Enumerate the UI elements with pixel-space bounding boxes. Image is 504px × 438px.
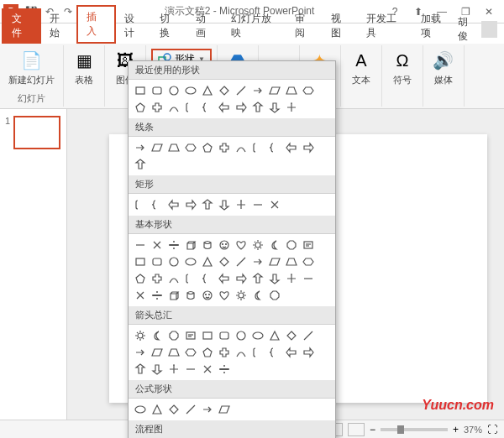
shape-item[interactable] bbox=[216, 270, 233, 287]
shape-item[interactable] bbox=[132, 253, 149, 270]
shape-item[interactable] bbox=[149, 196, 165, 213]
shape-item[interactable] bbox=[300, 327, 317, 344]
shape-item[interactable] bbox=[199, 196, 216, 213]
shape-item[interactable] bbox=[149, 82, 165, 99]
shape-item[interactable] bbox=[132, 401, 149, 418]
slideshow-view-button[interactable] bbox=[348, 423, 365, 436]
shape-item[interactable] bbox=[199, 139, 216, 156]
shape-item[interactable] bbox=[132, 139, 149, 156]
tab-slideshow[interactable]: 幻灯片放映 bbox=[223, 8, 286, 44]
shape-item[interactable] bbox=[300, 139, 317, 156]
shape-item[interactable] bbox=[233, 139, 249, 156]
text-button[interactable]: A 文本 bbox=[346, 47, 376, 88]
shape-item[interactable] bbox=[182, 287, 199, 304]
shape-item[interactable] bbox=[165, 327, 182, 344]
zoom-in-button[interactable]: + bbox=[453, 424, 459, 435]
shape-item[interactable] bbox=[283, 139, 300, 156]
tab-view[interactable]: 视图 bbox=[323, 8, 359, 44]
shape-item[interactable] bbox=[182, 270, 199, 287]
shape-item[interactable] bbox=[216, 139, 233, 156]
tab-developer[interactable]: 开发工具 bbox=[358, 8, 412, 44]
shape-item[interactable] bbox=[165, 237, 182, 253]
shape-item[interactable] bbox=[199, 287, 216, 304]
shape-item[interactable] bbox=[149, 99, 165, 116]
shape-item[interactable] bbox=[216, 287, 233, 304]
shape-item[interactable] bbox=[132, 287, 149, 304]
shape-item[interactable] bbox=[283, 237, 300, 253]
shape-item[interactable] bbox=[266, 253, 283, 270]
shape-item[interactable] bbox=[199, 344, 216, 361]
user-area[interactable]: 胡俊 bbox=[458, 15, 504, 44]
shape-item[interactable] bbox=[182, 327, 199, 344]
tab-design[interactable]: 设计 bbox=[116, 8, 152, 44]
shape-item[interactable] bbox=[249, 82, 266, 99]
tab-home[interactable]: 开始 bbox=[41, 8, 77, 44]
zoom-percent[interactable]: 37% bbox=[464, 425, 482, 435]
tab-transitions[interactable]: 切换 bbox=[151, 8, 187, 44]
shape-item[interactable] bbox=[283, 270, 300, 287]
shape-item[interactable] bbox=[300, 82, 317, 99]
shape-item[interactable] bbox=[149, 139, 165, 156]
shape-item[interactable] bbox=[199, 327, 216, 344]
shape-item[interactable] bbox=[233, 99, 249, 116]
shape-item[interactable] bbox=[132, 82, 149, 99]
shape-item[interactable] bbox=[132, 99, 149, 116]
shape-item[interactable] bbox=[182, 344, 199, 361]
shape-item[interactable] bbox=[165, 401, 182, 418]
shape-item[interactable] bbox=[300, 253, 317, 270]
slide-thumb-1[interactable]: 1 bbox=[5, 116, 61, 149]
shape-item[interactable] bbox=[300, 237, 317, 253]
shape-item[interactable] bbox=[233, 196, 249, 213]
shape-item[interactable] bbox=[199, 361, 216, 378]
shape-item[interactable] bbox=[283, 82, 300, 99]
shape-item[interactable] bbox=[149, 401, 165, 418]
shape-item[interactable] bbox=[249, 287, 266, 304]
shape-item[interactable] bbox=[182, 361, 199, 378]
shape-item[interactable] bbox=[283, 253, 300, 270]
shape-item[interactable] bbox=[199, 82, 216, 99]
shape-item[interactable] bbox=[249, 139, 266, 156]
shape-item[interactable] bbox=[249, 253, 266, 270]
tab-insert[interactable]: 插入 bbox=[76, 5, 116, 44]
shape-item[interactable] bbox=[182, 401, 199, 418]
shape-item[interactable] bbox=[132, 156, 149, 173]
shape-item[interactable] bbox=[165, 139, 182, 156]
shape-item[interactable] bbox=[182, 237, 199, 253]
file-tab[interactable]: 文件 bbox=[2, 8, 41, 44]
shape-item[interactable] bbox=[165, 196, 182, 213]
shape-item[interactable] bbox=[249, 99, 266, 116]
shape-item[interactable] bbox=[249, 270, 266, 287]
shape-item[interactable] bbox=[266, 287, 283, 304]
shape-item[interactable] bbox=[266, 82, 283, 99]
shape-item[interactable] bbox=[233, 253, 249, 270]
shape-item[interactable] bbox=[132, 344, 149, 361]
shape-item[interactable] bbox=[266, 99, 283, 116]
shape-item[interactable] bbox=[216, 82, 233, 99]
shape-item[interactable] bbox=[283, 99, 300, 116]
shape-item[interactable] bbox=[199, 99, 216, 116]
shape-item[interactable] bbox=[233, 82, 249, 99]
shape-item[interactable] bbox=[266, 237, 283, 253]
shape-item[interactable] bbox=[266, 196, 283, 213]
shape-item[interactable] bbox=[149, 270, 165, 287]
shape-item[interactable] bbox=[216, 344, 233, 361]
shape-item[interactable] bbox=[233, 237, 249, 253]
shape-item[interactable] bbox=[149, 253, 165, 270]
shape-item[interactable] bbox=[266, 139, 283, 156]
shape-item[interactable] bbox=[233, 270, 249, 287]
shape-item[interactable] bbox=[216, 237, 233, 253]
shape-item[interactable] bbox=[182, 139, 199, 156]
shape-item[interactable] bbox=[132, 237, 149, 253]
shape-item[interactable] bbox=[300, 270, 317, 287]
shape-item[interactable] bbox=[233, 327, 249, 344]
shape-item[interactable] bbox=[182, 82, 199, 99]
shape-item[interactable] bbox=[216, 401, 233, 418]
shape-item[interactable] bbox=[266, 327, 283, 344]
shape-item[interactable] bbox=[165, 361, 182, 378]
shape-item[interactable] bbox=[149, 327, 165, 344]
shape-item[interactable] bbox=[199, 253, 216, 270]
shape-item[interactable] bbox=[216, 327, 233, 344]
shape-item[interactable] bbox=[216, 361, 233, 378]
media-button[interactable]: 🔊 媒体 bbox=[428, 47, 459, 88]
shape-item[interactable] bbox=[216, 253, 233, 270]
